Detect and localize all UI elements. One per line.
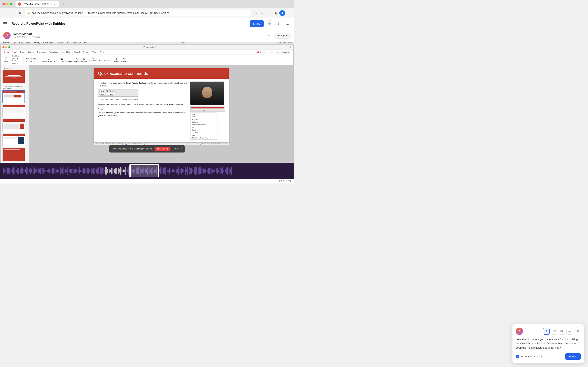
slide-5-thumb[interactable] [2, 133, 25, 147]
slide-3-thumb[interactable] [2, 105, 25, 118]
ppt-menu-help[interactable]: Help [84, 42, 88, 44]
back-button[interactable]: ← [2, 10, 8, 16]
link-icon[interactable]: 🔗 [266, 20, 273, 27]
ppt-accessibility: ♿ Accessibility: Good to go [125, 143, 146, 145]
webcam-overlay [190, 82, 224, 105]
ppt-tab-view[interactable]: View [91, 50, 98, 54]
ppt-comments-button[interactable]: Comments [268, 50, 280, 54]
author-name: James Moffatt [13, 33, 263, 36]
ppt-reset-btn[interactable]: Reset [11, 60, 21, 62]
ppt-picture-btn[interactable]: 🖼 Picture [60, 57, 65, 62]
ppt-menu-view[interactable]: View [26, 42, 30, 44]
ppt-app-name: Chrome [2, 42, 9, 44]
ppt-menu-profiles[interactable]: Profiles [57, 42, 63, 44]
ppt-textbox-btn[interactable]: T Text Box [66, 57, 72, 62]
ppt-quick-styles-btn[interactable]: Aa Quick Styles [88, 58, 97, 62]
expand-button[interactable]: ⌄ [289, 2, 292, 6]
ppt-language: English (United States) [106, 143, 123, 145]
ppt-new-slide-btn[interactable]: New Slide ▾ [11, 55, 21, 57]
ppt-arrange-btn[interactable]: ⊡ Arrange [81, 57, 87, 62]
slide-1-thumb[interactable] [2, 70, 25, 83]
ppt-menu-window[interactable]: Window [73, 42, 81, 44]
playhead-right-handle[interactable] [158, 165, 158, 177]
share-button[interactable]: Share [250, 20, 264, 27]
ppt-tab-slideshow[interactable]: Slide Show [60, 50, 72, 54]
record-label: Record [259, 51, 265, 53]
ppt-menu-tab[interactable]: Tab [67, 42, 70, 44]
ppt-menu-edit[interactable]: Edit [19, 42, 23, 44]
playhead-region[interactable] [130, 164, 159, 177]
ppt-italic-btn[interactable]: I [28, 60, 30, 62]
ppt-tab-animations[interactable]: Animations [47, 50, 60, 54]
menu-icon[interactable]: ⋮ [286, 10, 292, 16]
browser-tab[interactable]: Record a PowerPoint with Bu... ✕ [16, 1, 59, 7]
slide-link-buttons: Open or Create Files Undo Quick Access T… [98, 98, 188, 101]
ppt-convert-smartart-btn[interactable]: ⬡ Convert to SmartArt [42, 57, 56, 62]
ppt-search-icon[interactable]: 🔍 [289, 46, 292, 48]
quick-access-toolbar-btn-demo: Quick Access Toolbar [122, 98, 139, 101]
ppt-font-select[interactable]: Arial ▾ [25, 57, 32, 60]
ppt-designer-btn[interactable]: ✦ Designer [121, 57, 127, 62]
ppt-paste-btn[interactable]: 📋 Paste [2, 57, 9, 62]
sidebar-icon[interactable]: ▦ [273, 10, 278, 16]
download-icon[interactable]: ↓ [266, 10, 272, 16]
new-tab-button[interactable]: + [61, 1, 66, 7]
slide-4-container: 4 [2, 119, 27, 132]
ppt-tab-transitions[interactable]: Transitions [35, 50, 48, 54]
fyi-icon: 👁 [277, 34, 280, 37]
tab-close-button[interactable]: ✕ [53, 2, 56, 6]
ppt-menu-bookmarks[interactable]: Bookmarks [43, 42, 53, 44]
forward-button[interactable]: → [10, 10, 16, 16]
ppt-layout-btn[interactable]: Layout ▾ [11, 57, 21, 59]
ppt-tab-home[interactable]: Home [2, 50, 11, 54]
hide-button[interactable]: Hide [173, 147, 182, 151]
ppt-bold-btn[interactable]: B [25, 60, 27, 62]
ppt-menu-file[interactable]: File [13, 42, 16, 44]
ppt-tab-tell[interactable]: Tell me [98, 50, 107, 54]
ppt-share-button[interactable]: Share ▾ [281, 50, 290, 54]
bookmark-icon[interactable]: ☆ [253, 10, 259, 16]
playhead-left-handle[interactable] [130, 165, 131, 177]
hamburger-menu[interactable] [3, 21, 9, 26]
more-icon[interactable]: … [284, 20, 291, 27]
slide-6-thumb[interactable] [2, 148, 25, 161]
ppt-section-btn[interactable]: Section ▾ [11, 62, 21, 64]
refresh-button[interactable]: ↻ [17, 10, 23, 16]
ppt-tab-insert[interactable]: Insert [11, 50, 19, 54]
ppt-tab-review[interactable]: Review [81, 50, 91, 54]
help-icon[interactable]: ? [275, 20, 282, 27]
profile-icon[interactable]: J [279, 10, 285, 16]
ppt-tab-draw[interactable]: Draw [19, 50, 26, 54]
ppt-statusbar: Slide 2 of 7 English (United States) ♿ A… [94, 142, 229, 145]
stop-sharing-button[interactable]: Stop sharing [155, 147, 170, 151]
expand-arrows[interactable]: » [265, 32, 272, 39]
slide-header: Quick access to commands [94, 68, 229, 79]
browser-titlebar: Record a PowerPoint with Bu... ✕ + ⌄ [0, 0, 294, 8]
ppt-font-size[interactable]: 24 ▾ [32, 57, 38, 60]
tab-favicon [18, 2, 21, 6]
time-display: 0:23 / 0:33 [0, 179, 294, 184]
ppt-title: zoom [91, 42, 275, 44]
ctx-menu-file: File [190, 115, 217, 118]
ppt-shapes-btn[interactable]: △ Shapes ▾ [73, 57, 80, 62]
fyi-button[interactable]: 👁 FYI ▾ [274, 33, 291, 39]
extensions-icon[interactable]: ⟳ [260, 10, 265, 16]
ppt-zoom-level: 115% [217, 143, 221, 145]
sharing-bar: app.usebubbles.com is sharing your scree… [109, 145, 185, 152]
address-bar[interactable]: 🔒 app.usebubbles.com/eZ565gWTwr7RRcAdhkZ… [25, 10, 251, 16]
ppt-tab-design[interactable]: Design [26, 50, 35, 54]
author-avatar: J [3, 32, 11, 39]
ppt-shape-outline-btn[interactable]: □ Shape Outline ▾ [99, 58, 111, 62]
ppt-zoom-controls: 💬 Comments ⊞ ⊟ ⊠ 115% ━━━━● [148, 143, 227, 145]
slide-2-thumb[interactable] [2, 90, 25, 103]
ppt-add-ins-btn[interactable]: ⊞ Add-ins [114, 57, 119, 62]
ppt-menu-history[interactable]: History [34, 42, 40, 44]
slide-4-thumb[interactable] [2, 119, 25, 132]
ppt-underline-btn[interactable]: U [30, 60, 33, 62]
record-dot [257, 51, 259, 53]
ppt-window-title: Presentation3 [11, 46, 288, 48]
ppt-tab-record[interactable]: Record [72, 50, 81, 54]
undo-btn-demo: Undo [115, 98, 121, 101]
ppt-save-demo-btn: Save [99, 93, 105, 96]
ppt-record-button[interactable]: Record [256, 50, 267, 54]
